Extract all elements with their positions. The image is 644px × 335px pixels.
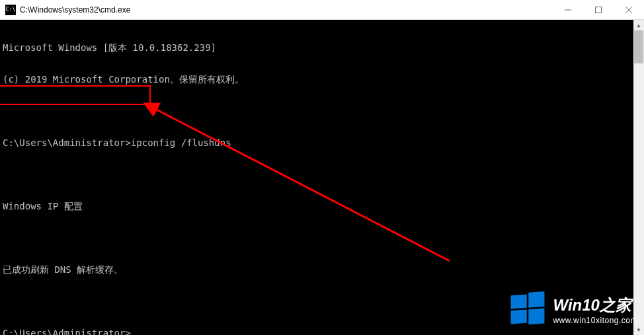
scrollbar-thumb[interactable]	[634, 30, 643, 63]
svg-rect-9	[529, 309, 545, 325]
terminal-line: 已成功刷新 DNS 解析缓存。	[3, 264, 641, 275]
close-button[interactable]	[614, 0, 644, 19]
titlebar-left: C:\ C:\Windows\system32\cmd.exe	[5, 5, 130, 15]
titlebar[interactable]: C:\ C:\Windows\system32\cmd.exe	[0, 0, 644, 20]
watermark-title: Win10之家	[553, 295, 631, 316]
cmd-window: C:\ C:\Windows\system32\cmd.exe Microsof…	[0, 0, 644, 335]
maximize-button[interactable]	[583, 0, 614, 19]
terminal-line: Microsoft Windows [版本 10.0.18362.239]	[3, 42, 641, 53]
cmd-icon: C:\	[5, 5, 16, 15]
watermark-url: www.win10xitong.com	[553, 316, 637, 325]
terminal-line: Windows IP 配置	[3, 201, 641, 211]
watermark-text: Win10之家 www.win10xitong.com	[553, 295, 637, 325]
terminal-line: C:\Users\Administrator>ipconfig /flushdn…	[3, 137, 641, 148]
watermark: Win10之家 www.win10xitong.com	[509, 291, 637, 328]
svg-rect-6	[511, 294, 527, 309]
annotation-highlight-box	[0, 85, 151, 105]
terminal-line	[3, 233, 641, 243]
window-title: C:\Windows\system32\cmd.exe	[20, 5, 130, 15]
svg-rect-1	[596, 7, 602, 13]
svg-rect-7	[529, 291, 545, 308]
terminal-area[interactable]: Microsoft Windows [版本 10.0.18362.239] (c…	[0, 20, 644, 335]
terminal-line: C:\Users\Administrator>	[3, 328, 641, 335]
svg-rect-8	[511, 309, 527, 324]
terminal-line: (c) 2019 Microsoft Corporation。保留所有权利。	[3, 74, 641, 85]
terminal-line	[3, 169, 641, 180]
minimize-button[interactable]	[553, 0, 583, 19]
scrollbar-up-arrow[interactable]: ▲	[633, 20, 644, 30]
vertical-scrollbar[interactable]: ▲ ▼	[633, 20, 644, 335]
terminal-line	[3, 106, 641, 116]
windows-logo-icon	[509, 291, 546, 328]
window-controls	[553, 0, 644, 19]
